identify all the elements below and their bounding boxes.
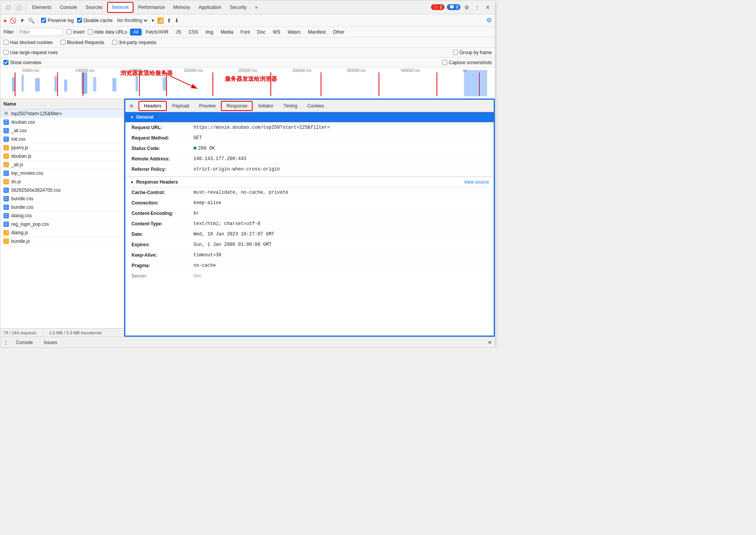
filter-chip-doc[interactable]: Doc [254,29,269,36]
status-code-key: Status Code: [132,145,193,152]
request-item-2[interactable]: C _all.css [0,126,124,135]
disable-cache-label[interactable]: Disable cache [77,18,113,23]
request-item-15[interactable]: J bundle.js [0,237,124,245]
request-item-12[interactable]: C dialog.css [0,211,124,220]
filter-chip-other[interactable]: Other [330,29,347,36]
request-item-7[interactable]: C top_movies.css [0,169,124,177]
request-item-0[interactable]: H top250?start=125&filter= [0,109,124,118]
detail-tab-preview[interactable]: Preview [195,101,221,111]
invert-checkbox[interactable] [67,29,72,34]
general-section-header[interactable]: ▼ General [125,112,494,123]
hide-data-urls-checkbox[interactable] [88,29,93,34]
disable-cache-checkbox[interactable] [77,18,82,23]
capture-screenshots-label[interactable]: Capture screenshots [442,60,492,65]
close-detail-btn[interactable]: ✕ [127,102,136,110]
file-icon-7: C [3,170,9,176]
filter-chip-wasm[interactable]: Wasm [285,29,304,36]
clear-icon[interactable]: 🚫 [10,17,16,24]
request-item-4[interactable]: J jquery.js [0,143,124,152]
filter-chip-css[interactable]: CSS [185,29,201,36]
filter-chip-js[interactable]: JS [173,29,184,36]
throttle-select[interactable]: No throttling [116,17,149,24]
has-blocked-cookies-checkbox[interactable] [3,40,9,45]
tab-memory[interactable]: Memory [169,2,194,13]
content-type-val: text/html; charset=utf-8 [193,220,260,227]
tab-sources[interactable]: Sources [82,2,106,13]
filter-chip-media[interactable]: Media [217,29,236,36]
blocked-requests-label[interactable]: Blocked Requests [60,40,104,45]
filter-chip-font[interactable]: Font [238,29,253,36]
detail-tab-timing[interactable]: Timing [279,101,302,111]
tab-security[interactable]: Security [226,2,250,13]
blocked-requests-checkbox[interactable] [60,40,65,45]
record-icon[interactable]: ● [3,17,7,24]
filter-input[interactable] [17,28,63,36]
request-list: Name H top250?start=125&filter= C douban… [0,99,124,337]
large-rows-label[interactable]: Use large request rows [3,50,58,55]
detail-content[interactable]: ▼ General Request URL: https://movie.dou… [125,112,494,336]
request-item-name-11: bundle.css [11,204,33,210]
device-icon[interactable]: ⬜ [14,3,23,11]
issues-tab[interactable]: Issues [41,337,60,348]
filter-chip-manifest[interactable]: Manifest [305,29,328,36]
request-item-14[interactable]: J dialog.js [0,228,124,237]
large-rows-checkbox[interactable] [3,50,9,55]
show-overview-checkbox[interactable] [3,60,9,65]
filter-icon[interactable]: ▼ [19,17,25,24]
tab-elements[interactable]: Elements [28,2,55,13]
detail-tab-initiator[interactable]: Initiator [253,101,278,111]
third-party-requests-label[interactable]: 3rd-party requests [112,40,156,45]
request-item-name-5: douban.js [11,153,31,159]
third-party-requests-checkbox[interactable] [112,40,117,45]
group-by-frame-label[interactable]: Group by frame [453,50,492,55]
console-tab[interactable]: Console [13,337,36,348]
request-item-5[interactable]: J douban.js [0,152,124,160]
request-items[interactable]: H top250?start=125&filter= C douban.css … [0,109,124,328]
request-item-6[interactable]: J _all.js [0,160,124,169]
filter-chip-fetch[interactable]: Fetch/XHR [143,29,172,36]
file-icon-12: C [3,213,9,218]
detail-tab-headers[interactable]: Headers [139,101,167,111]
preserve-log-label[interactable]: Preserve log [41,18,74,23]
detail-tab-response[interactable]: Response [221,101,253,111]
has-blocked-cookies-label[interactable]: Has blocked cookies [3,40,53,45]
download-icon[interactable]: ⬇ [174,17,179,24]
upload-icon[interactable]: ⬆ [167,17,171,24]
console-close-btn[interactable]: ✕ [488,340,492,345]
preserve-log-checkbox[interactable] [41,18,46,23]
tab-more[interactable]: » [251,2,262,13]
detail-tab-payload[interactable]: Payload [168,101,193,111]
response-headers-section-header[interactable]: ▼ Response Headers View source [125,176,494,187]
hide-data-urls-label[interactable]: Hide data URLs [88,29,127,35]
request-item-11[interactable]: C bundle.css [0,203,124,211]
group-by-frame-checkbox[interactable] [453,50,458,55]
wifi-icon[interactable]: 📶 [157,17,164,24]
tab-performance[interactable]: Performance [134,2,169,13]
capture-screenshots-checkbox[interactable] [442,60,447,65]
request-item-1[interactable]: C douban.css [0,118,124,126]
tab-console[interactable]: Console [56,2,81,13]
search-icon[interactable]: 🔍 [28,17,34,24]
request-item-13[interactable]: C reg_login_pop.css [0,220,124,228]
inspect-icon[interactable]: ⬡ [4,3,12,11]
network-settings-icon[interactable]: ⚙ [486,17,492,24]
filter-chip-all[interactable]: All [130,29,141,36]
show-overview-label[interactable]: Show overview [3,60,41,65]
request-item-3[interactable]: C init.css [0,135,124,143]
tab-application[interactable]: Application [195,2,225,13]
request-item-9[interactable]: C 562925b5e3824700.css [0,186,124,194]
close-icon[interactable]: ✕ [484,3,492,11]
request-item-10[interactable]: C bundle.css [0,194,124,203]
more-options-icon[interactable]: ⋮ [473,3,482,11]
invert-label[interactable]: Invert [67,29,85,35]
filter-chip-img[interactable]: Img [202,29,216,36]
settings-icon[interactable]: ⚙ [463,3,471,11]
throttle-arrow: ▾ [152,18,154,23]
overview-chart[interactable]: 50000 ms 100000 ms 150000 ms 200000 ms 2… [0,68,495,99]
detail-tab-cookies[interactable]: Cookies [303,101,328,111]
time-label-9: ns [438,68,492,73]
filter-chip-ws[interactable]: WS [270,29,283,36]
tab-network[interactable]: Network [107,2,133,13]
request-item-8[interactable]: J do.js [0,177,124,186]
view-source-btn[interactable]: View source [464,179,489,185]
